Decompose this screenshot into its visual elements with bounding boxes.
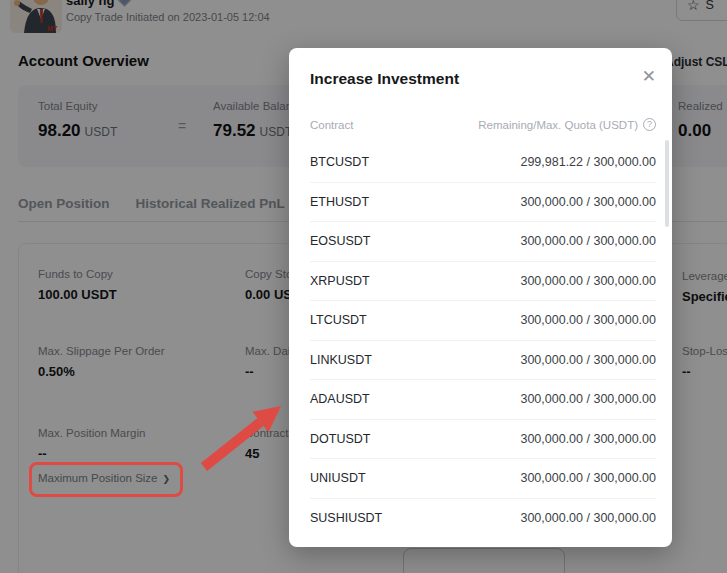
contract-name: UNIUSDT [310,471,366,485]
contract-name: ETHUSDT [310,195,369,209]
contract-name: XRPUSDT [310,274,370,288]
contract-name: ADAUSDT [310,392,370,406]
contract-name: LTCUSDT [310,313,367,327]
modal-column-headers: Contract Remaining/Max. Quota (USDT) ? [289,88,672,131]
contract-row[interactable]: LTCUSDT 300,000.00 / 300,000.00 [310,301,656,341]
contract-row[interactable]: ADAUSDT 300,000.00 / 300,000.00 [310,380,656,420]
quota-column-header: Remaining/Max. Quota (USDT) [478,119,638,131]
contract-quota: 300,000.00 / 300,000.00 [520,432,656,446]
contract-row[interactable]: XRPUSDT 300,000.00 / 300,000.00 [310,262,656,302]
modal-title: Increase Investment [289,48,672,88]
contract-name: BTCUSDT [310,155,369,169]
contract-quota: 299,981.22 / 300,000.00 [520,155,656,169]
contract-row[interactable]: DOTUSDT 300,000.00 / 300,000.00 [310,420,656,460]
contract-quota: 300,000.00 / 300,000.00 [520,471,656,485]
contract-quota: 300,000.00 / 300,000.00 [520,195,656,209]
contract-quota: 300,000.00 / 300,000.00 [520,274,656,288]
contract-name: DOTUSDT [310,432,370,446]
scrollbar-thumb[interactable] [665,140,669,227]
increase-investment-modal: Increase Investment ✕ Contract Remaining… [289,48,672,547]
contract-list: BTCUSDT 299,981.22 / 300,000.00 ETHUSDT … [289,143,672,538]
help-icon[interactable]: ? [643,118,656,131]
contract-name: EOSUSDT [310,234,370,248]
contract-row[interactable]: LINKUSDT 300,000.00 / 300,000.00 [310,341,656,381]
contract-quota: 300,000.00 / 300,000.00 [520,313,656,327]
contract-row[interactable]: UNIUSDT 300,000.00 / 300,000.00 [310,459,656,499]
contract-column-header: Contract [310,119,353,131]
contract-quota: 300,000.00 / 300,000.00 [520,234,656,248]
contract-row[interactable]: SUSHIUSDT 300,000.00 / 300,000.00 [310,499,656,539]
contract-row[interactable]: EOSUSDT 300,000.00 / 300,000.00 [310,222,656,262]
contract-row[interactable]: ETHUSDT 300,000.00 / 300,000.00 [310,183,656,223]
contract-name: LINKUSDT [310,353,372,367]
red-box-annotation [29,462,183,497]
contract-quota: 300,000.00 / 300,000.00 [520,353,656,367]
close-icon[interactable]: ✕ [642,68,656,85]
contract-name: SUSHIUSDT [310,511,382,525]
contract-quota: 300,000.00 / 300,000.00 [520,392,656,406]
screen: MY sally ng Copy Trade Initiated on 2023… [0,0,727,573]
contract-row[interactable]: BTCUSDT 299,981.22 / 300,000.00 [310,143,656,183]
contract-quota: 300,000.00 / 300,000.00 [520,511,656,525]
